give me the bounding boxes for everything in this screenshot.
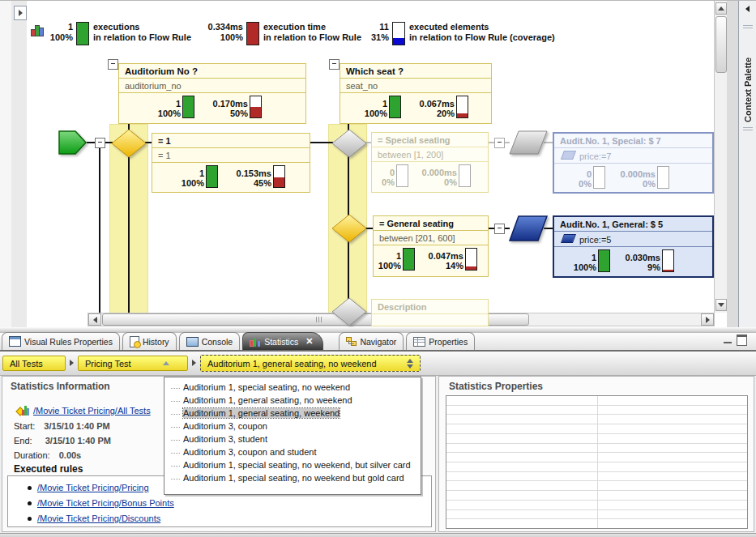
breadcrumb-pricing-test-button[interactable]: Pricing Test xyxy=(78,356,188,371)
collapse-toggle-which-seat[interactable] xyxy=(329,59,340,70)
dropdown-item[interactable]: Auditorium 1, general seating, no weeken… xyxy=(164,394,421,407)
dropdown-item[interactable]: Auditorium 1, special seating, no weeken… xyxy=(164,381,421,394)
node-title: Auditorium No ? xyxy=(119,64,305,79)
assignment-parallelogram-icon xyxy=(561,234,576,243)
palette-grip xyxy=(739,127,756,130)
node-stats: 1100% 0.030ms9% xyxy=(554,247,712,274)
node-stats: 00% 0.000ms0% xyxy=(554,164,712,190)
time-label: execution timein relation to Flow Rule xyxy=(263,22,361,43)
node-result-general[interactable]: Audit.No. 1, General: $ 5 price:=5 1100%… xyxy=(553,215,714,278)
scroll-left-button[interactable] xyxy=(88,313,101,326)
tab-properties[interactable]: Properties xyxy=(406,332,475,350)
executed-rule-link[interactable]: /Movie Ticket Pricing/Pricing xyxy=(37,483,149,492)
executed-rules-heading: Executed rules xyxy=(14,463,83,475)
executed-rule-link[interactable]: /Movie Ticket Pricing/Discounts xyxy=(37,514,160,523)
statistics-icon xyxy=(250,337,261,347)
tab-label: Properties xyxy=(429,337,468,347)
flyout-arrow-icon xyxy=(19,10,23,16)
node-result-special[interactable]: Audit.No. 1, Special: $ 7 price:=7 00% 0… xyxy=(553,132,714,194)
decision-diamond-general[interactable] xyxy=(331,214,367,243)
executions-values: 1 100% xyxy=(36,22,73,43)
property-row xyxy=(446,444,747,454)
collapse-toggle-special-action[interactable] xyxy=(494,138,505,148)
console-icon xyxy=(186,337,199,347)
end-row: End: 3/15/10 1:40 PM xyxy=(14,436,111,445)
node-detail: between [201, 600] xyxy=(374,231,488,245)
scroll-right-button[interactable] xyxy=(701,313,714,326)
vertical-scroll-thumb[interactable] xyxy=(715,16,727,73)
minimize-panel-icon[interactable] xyxy=(724,339,732,343)
time-value: 0.334ms xyxy=(193,22,243,32)
time-values: 0.334ms 100% xyxy=(193,22,243,43)
node-which-seat[interactable]: Which seat ? seat_no 1100% 0.067ms20% xyxy=(340,63,492,124)
breadcrumb-arrow-icon xyxy=(70,360,74,366)
scroll-down-icon xyxy=(718,303,724,307)
property-row xyxy=(446,491,747,501)
tab-navigator[interactable]: Navigator xyxy=(339,332,404,350)
scroll-up-button[interactable] xyxy=(715,2,727,15)
tab-label: Console xyxy=(202,337,233,347)
coverage-count: 11 xyxy=(357,22,389,32)
context-palette-tab[interactable]: Context Palette xyxy=(738,1,756,327)
tab-console[interactable]: Console xyxy=(179,332,241,350)
dropdown-item[interactable]: Auditorium 1, special seating, no weeken… xyxy=(164,472,421,485)
dropdown-item[interactable]: Auditorium 1, general seating, weekend xyxy=(164,407,421,420)
start-node[interactable] xyxy=(58,130,88,155)
collapse-toggle-general-action[interactable] xyxy=(494,224,505,234)
close-tab-icon[interactable]: ✕ xyxy=(305,337,313,346)
dropdown-spinner-icon[interactable] xyxy=(407,359,413,369)
vertical-scrollbar[interactable] xyxy=(714,1,727,313)
dropdown-item[interactable]: Auditorium 3, student xyxy=(164,433,421,446)
property-row xyxy=(446,406,747,416)
collapse-up-icon xyxy=(163,361,169,365)
node-detail: auditorium_no xyxy=(119,79,305,93)
dropdown-item[interactable]: Auditorium 3, coupon and student xyxy=(164,446,421,459)
dropdown-item[interactable]: Auditorium 3, coupon xyxy=(164,420,421,433)
node-description-clipped[interactable]: Description xyxy=(371,299,489,326)
node-title: Audit.No. 1, Special: $ 7 xyxy=(554,134,712,148)
property-row xyxy=(446,453,747,462)
breadcrumb-label: All Tests xyxy=(10,359,43,369)
end-label: End: xyxy=(14,436,32,445)
property-row xyxy=(446,415,747,424)
connector xyxy=(99,147,100,313)
rule-diagram-canvas[interactable]: 1 100% executionsin relation to Flow Rul… xyxy=(27,1,714,327)
tab-statistics[interactable]: Statistics ✕ xyxy=(242,332,323,350)
action-parallelogram-general[interactable] xyxy=(508,215,549,242)
palette-collapse-icon xyxy=(745,6,750,12)
executed-rule-item: /Movie Ticket Pricing/Discounts xyxy=(28,512,431,527)
history-icon xyxy=(130,336,139,347)
property-row xyxy=(446,462,747,472)
tab-visual-rules-properties[interactable]: Visual Rules Properties xyxy=(2,332,120,350)
properties-table[interactable] xyxy=(446,395,748,529)
flow-junction[interactable] xyxy=(95,138,105,148)
collapse-toggle-auditorium[interactable] xyxy=(108,59,118,70)
palette-flyout-button[interactable] xyxy=(14,6,27,20)
tab-history[interactable]: History xyxy=(122,332,177,350)
statistics-view-window: 1 100% executionsin relation to Flow Rul… xyxy=(0,0,756,537)
time-bar xyxy=(246,22,259,45)
action-parallelogram-special[interactable] xyxy=(508,130,549,156)
node-condition-special-seating[interactable]: = Special seating between [1, 200] 00% 0… xyxy=(371,132,489,193)
node-auditorium-no[interactable]: Auditorium No ? auditorium_no 1100% 0.17… xyxy=(118,63,306,124)
maximize-panel-icon[interactable] xyxy=(737,335,747,346)
dropdown-item[interactable]: Auditorium 1, special seating, no weeken… xyxy=(164,459,421,472)
node-condition-general-seating[interactable]: = General seating between [201, 600] 110… xyxy=(373,215,489,277)
right-gutter xyxy=(727,1,738,327)
time-percent: 100% xyxy=(193,32,243,43)
executions-count: 1 xyxy=(36,22,73,32)
test-case-dropdown-list[interactable]: Auditorium 1, special seating, no weeken… xyxy=(164,377,421,495)
node-assignment: price:=7 xyxy=(554,148,712,164)
node-condition-eq-1[interactable]: = 1 = 1 1100% 0.153ms45% xyxy=(152,133,310,193)
property-row xyxy=(446,519,747,528)
breadcrumb-all-tests-button[interactable]: All Tests xyxy=(2,356,66,371)
scroll-down-button[interactable] xyxy=(715,299,727,311)
decision-diamond-auditorium[interactable] xyxy=(111,129,147,158)
duration-label: Duration: xyxy=(14,450,50,460)
executed-rule-link[interactable]: /Movie Ticket Pricing/Bonus Points xyxy=(37,498,174,508)
decision-diamond-clipped[interactable] xyxy=(331,297,367,326)
all-tests-link[interactable]: /Movie Ticket Pricing/All Tests xyxy=(33,406,151,416)
test-case-dropdown[interactable]: Auditorium 1, general seating, no weeken… xyxy=(200,355,421,372)
decision-diamond-special[interactable] xyxy=(331,129,367,158)
tab-label: Navigator xyxy=(360,337,396,347)
